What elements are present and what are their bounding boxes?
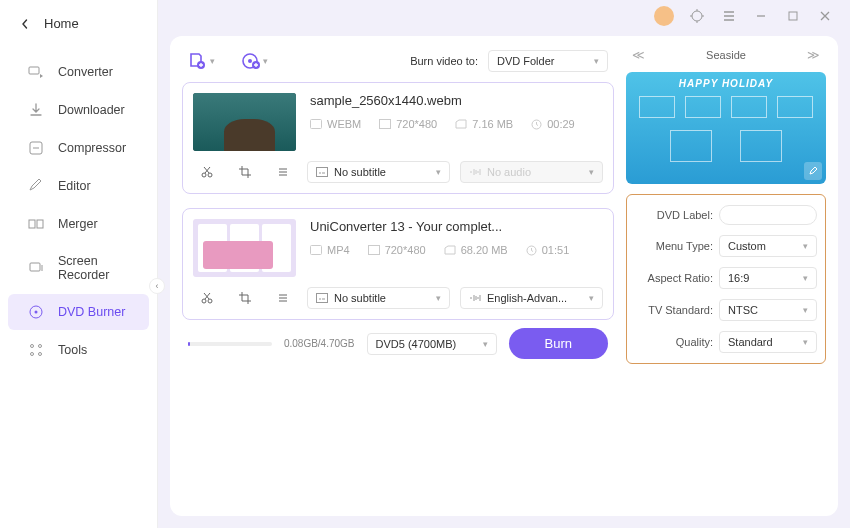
add-file-button[interactable]: ▾ xyxy=(188,52,215,70)
next-theme-button[interactable]: ≫ xyxy=(807,48,820,62)
sidebar-item-compressor[interactable]: Compressor xyxy=(8,130,149,166)
trim-button[interactable] xyxy=(193,287,221,309)
merger-icon xyxy=(28,216,44,232)
nav-label: DVD Burner xyxy=(58,305,125,319)
maximize-button[interactable] xyxy=(784,7,802,25)
more-button[interactable] xyxy=(269,161,297,183)
size-progress xyxy=(188,342,272,346)
left-column: ▾ ▾ Burn video to: DVD Folder ▾ xyxy=(182,48,614,504)
sidebar-item-merger[interactable]: Merger xyxy=(8,206,149,242)
resolution-icon xyxy=(379,119,391,129)
burn-button[interactable]: Burn xyxy=(509,328,608,359)
crop-button[interactable] xyxy=(231,161,259,183)
format-value: WEBM xyxy=(327,118,361,130)
nav-list: Converter Downloader Compressor Editor M… xyxy=(0,47,157,375)
video-title: UniConverter 13 - Your complet... xyxy=(310,219,603,234)
content-panel: ▾ ▾ Burn video to: DVD Folder ▾ xyxy=(170,36,838,516)
nav-label: Converter xyxy=(58,65,113,79)
svg-point-21 xyxy=(208,173,212,177)
quality-select[interactable]: Standard▾ xyxy=(719,331,817,353)
sidebar-item-editor[interactable]: Editor xyxy=(8,168,149,204)
minimize-button[interactable] xyxy=(752,7,770,25)
svg-point-6 xyxy=(35,311,38,314)
video-meta: WEBM 720*480 7.16 MB 00:29 xyxy=(310,118,603,130)
crop-button[interactable] xyxy=(231,287,259,309)
edit-theme-button[interactable] xyxy=(804,162,822,180)
nav-label: Tools xyxy=(58,343,87,357)
duration-value: 00:29 xyxy=(547,118,575,130)
theme-nav: ≪ Seaside ≫ xyxy=(626,48,826,62)
svg-rect-23 xyxy=(311,246,322,255)
sidebar-item-converter[interactable]: Converter xyxy=(8,54,149,90)
support-icon[interactable] xyxy=(688,7,706,25)
sidebar-item-tools[interactable]: Tools xyxy=(8,332,149,368)
nav-label: Merger xyxy=(58,217,98,231)
svg-rect-12 xyxy=(789,12,797,20)
video-thumbnail[interactable] xyxy=(193,219,296,277)
dvd-label-input[interactable] xyxy=(719,205,817,225)
disc-size-select[interactable]: DVD5 (4700MB) ▾ xyxy=(367,333,497,355)
video-meta: MP4 720*480 68.20 MB 01:51 xyxy=(310,244,603,256)
chevron-down-icon: ▾ xyxy=(210,56,215,66)
audio-select[interactable]: English-Advan... ▾ xyxy=(460,287,603,309)
resolution-icon xyxy=(368,245,380,255)
chevron-down-icon: ▾ xyxy=(589,167,594,177)
resolution-value: 720*480 xyxy=(396,118,437,130)
size-value: 68.20 MB xyxy=(461,244,508,256)
resolution-value: 720*480 xyxy=(385,244,426,256)
theme-banner-text: HAPPY HOLIDAY xyxy=(626,78,826,89)
svg-rect-3 xyxy=(37,220,43,228)
quality-label: Quality: xyxy=(635,336,713,348)
chevron-down-icon: ▾ xyxy=(263,56,268,66)
svg-point-11 xyxy=(692,11,702,21)
svg-point-26 xyxy=(202,299,206,303)
sidebar-item-screen-recorder[interactable]: Screen Recorder xyxy=(8,244,149,292)
burn-to-select[interactable]: DVD Folder ▾ xyxy=(488,50,608,72)
more-button[interactable] xyxy=(269,287,297,309)
video-title: sample_2560x1440.webm xyxy=(310,93,603,108)
audio-icon xyxy=(469,167,481,177)
menu-type-select[interactable]: Custom▾ xyxy=(719,235,817,257)
dvd-icon xyxy=(28,304,44,320)
subtitle-select[interactable]: No subtitle ▾ xyxy=(307,287,450,309)
svg-rect-22 xyxy=(317,168,328,177)
avatar[interactable] xyxy=(654,6,674,26)
svg-rect-2 xyxy=(29,220,35,228)
tv-standard-select[interactable]: NTSC▾ xyxy=(719,299,817,321)
size-icon xyxy=(444,245,456,255)
sidebar-item-dvd-burner[interactable]: DVD Burner xyxy=(8,294,149,330)
burn-to-value: DVD Folder xyxy=(497,55,554,67)
chevron-down-icon: ▾ xyxy=(594,56,599,66)
aspect-ratio-select[interactable]: 16:9▾ xyxy=(719,267,817,289)
menu-icon[interactable] xyxy=(720,7,738,25)
clock-icon xyxy=(526,245,537,256)
theme-name: Seaside xyxy=(706,49,746,61)
format-value: MP4 xyxy=(327,244,350,256)
compressor-icon xyxy=(28,140,44,156)
audio-select: No audio ▾ xyxy=(460,161,603,183)
nav-label: Downloader xyxy=(58,103,125,117)
dvd-label-label: DVD Label: xyxy=(635,209,713,221)
sidebar-item-downloader[interactable]: Downloader xyxy=(8,92,149,128)
svg-point-15 xyxy=(248,59,252,63)
trim-button[interactable] xyxy=(193,161,221,183)
sidebar: Home Converter Downloader Compressor Edi… xyxy=(0,0,158,528)
collapse-sidebar-button[interactable]: ‹ xyxy=(149,278,165,294)
size-value: 7.16 MB xyxy=(472,118,513,130)
svg-rect-0 xyxy=(29,67,39,74)
home-button[interactable]: Home xyxy=(0,0,157,47)
titlebar xyxy=(158,0,850,32)
video-thumbnail[interactable] xyxy=(193,93,296,151)
theme-preview[interactable]: HAPPY HOLIDAY xyxy=(626,72,826,184)
home-label: Home xyxy=(44,16,79,31)
close-button[interactable] xyxy=(816,7,834,25)
chevron-down-icon: ▾ xyxy=(436,293,441,303)
format-icon xyxy=(310,119,322,129)
subtitle-select[interactable]: No subtitle ▾ xyxy=(307,161,450,183)
svg-point-8 xyxy=(39,345,42,348)
svg-rect-4 xyxy=(30,263,40,271)
toolbar: ▾ ▾ Burn video to: DVD Folder ▾ xyxy=(182,48,614,82)
svg-point-10 xyxy=(39,353,42,356)
prev-theme-button[interactable]: ≪ xyxy=(632,48,645,62)
add-disc-button[interactable]: ▾ xyxy=(241,52,268,70)
